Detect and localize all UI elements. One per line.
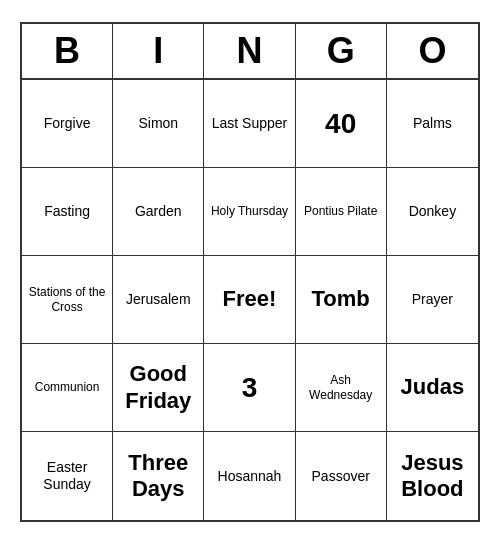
cell-r0-c2: Last Supper xyxy=(204,80,295,168)
cell-r1-c2: Holy Thursday xyxy=(204,168,295,256)
cell-r3-c4: Judas xyxy=(387,344,478,432)
cell-r4-c4: Jesus Blood xyxy=(387,432,478,520)
cell-r4-c3: Passover xyxy=(296,432,387,520)
bingo-grid: ForgiveSimonLast Supper40PalmsFastingGar… xyxy=(22,80,478,520)
cell-r3-c3: Ash Wednesday xyxy=(296,344,387,432)
header-letter: B xyxy=(22,24,113,78)
bingo-card: BINGO ForgiveSimonLast Supper40PalmsFast… xyxy=(20,22,480,522)
bingo-header: BINGO xyxy=(22,24,478,80)
header-letter: N xyxy=(204,24,295,78)
cell-r0-c3: 40 xyxy=(296,80,387,168)
cell-r2-c3: Tomb xyxy=(296,256,387,344)
header-letter: G xyxy=(296,24,387,78)
cell-r4-c2: Hosannah xyxy=(204,432,295,520)
cell-r1-c1: Garden xyxy=(113,168,204,256)
cell-r0-c4: Palms xyxy=(387,80,478,168)
cell-r4-c1: Three Days xyxy=(113,432,204,520)
cell-r2-c2: Free! xyxy=(204,256,295,344)
header-letter: I xyxy=(113,24,204,78)
cell-r0-c0: Forgive xyxy=(22,80,113,168)
cell-r3-c1: Good Friday xyxy=(113,344,204,432)
cell-r0-c1: Simon xyxy=(113,80,204,168)
cell-r3-c2: 3 xyxy=(204,344,295,432)
cell-r3-c0: Communion xyxy=(22,344,113,432)
cell-r1-c0: Fasting xyxy=(22,168,113,256)
cell-r1-c3: Pontius Pilate xyxy=(296,168,387,256)
cell-r2-c4: Prayer xyxy=(387,256,478,344)
cell-r1-c4: Donkey xyxy=(387,168,478,256)
cell-r4-c0: Easter Sunday xyxy=(22,432,113,520)
header-letter: O xyxy=(387,24,478,78)
cell-r2-c1: Jerusalem xyxy=(113,256,204,344)
cell-r2-c0: Stations of the Cross xyxy=(22,256,113,344)
